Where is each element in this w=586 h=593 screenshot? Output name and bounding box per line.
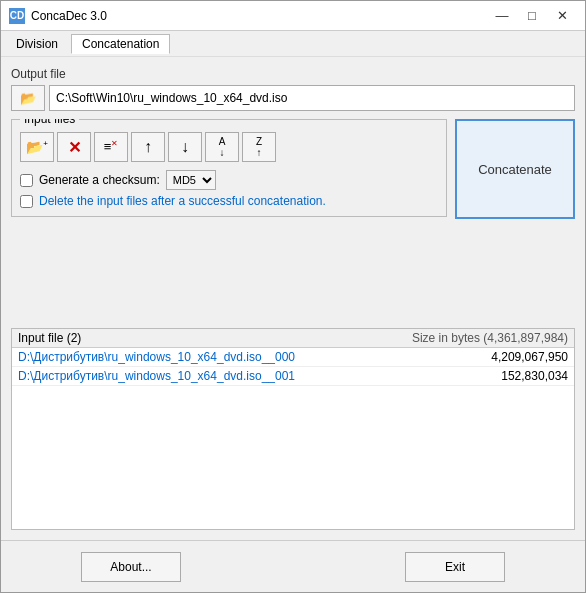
menu-bar: Division Concatenation bbox=[1, 31, 585, 57]
tab-concatenation[interactable]: Concatenation bbox=[71, 34, 170, 54]
window-title: ConcaDec 3.0 bbox=[31, 9, 487, 23]
output-file-input[interactable] bbox=[49, 85, 575, 111]
main-content: Output file 📂 Input files 📂+ bbox=[1, 57, 585, 540]
output-file-row: 📂 bbox=[11, 85, 575, 111]
main-area: Input files 📂+ ✕ ≡✕ ↑ bbox=[11, 119, 575, 320]
clear-files-button[interactable]: ≡✕ bbox=[94, 132, 128, 162]
file-size-1: 152,830,034 bbox=[501, 369, 568, 383]
bottom-bar: About... Exit bbox=[1, 540, 585, 592]
file-name-0: D:\Дистрибутив\ru_windows_10_x64_dvd.iso… bbox=[18, 350, 483, 364]
down-arrow-icon: ↓ bbox=[181, 138, 189, 156]
delete-input-row: Delete the input files after a successfu… bbox=[20, 194, 438, 208]
delete-input-label: Delete the input files after a successfu… bbox=[39, 194, 326, 208]
output-file-section: Output file 📂 bbox=[11, 67, 575, 111]
about-button[interactable]: About... bbox=[81, 552, 181, 582]
file-size-0: 4,209,067,950 bbox=[491, 350, 568, 364]
checkboxes: Generate a checksum: MD5 Delete the inpu… bbox=[20, 170, 438, 208]
up-arrow-icon: ↑ bbox=[144, 138, 152, 156]
window-controls: — □ ✕ bbox=[487, 5, 577, 27]
toolbar: 📂+ ✕ ≡✕ ↑ ↓ bbox=[20, 132, 438, 162]
output-folder-button[interactable]: 📂 bbox=[11, 85, 45, 111]
sort-az-icon: A↓ bbox=[219, 136, 226, 158]
concatenate-button[interactable]: Concatenate bbox=[455, 119, 575, 219]
col-size-header: Size in bytes (4,361,897,984) bbox=[412, 331, 568, 345]
sort-za-button[interactable]: Z↑ bbox=[242, 132, 276, 162]
add-icon: 📂+ bbox=[26, 139, 48, 155]
generate-checksum-label: Generate a checksum: bbox=[39, 173, 160, 187]
add-files-button[interactable]: 📂+ bbox=[20, 132, 54, 162]
col-name-header: Input file (2) bbox=[18, 331, 412, 345]
clear-icon: ≡✕ bbox=[104, 139, 119, 154]
file-row: D:\Дистрибутив\ru_windows_10_x64_dvd.iso… bbox=[12, 367, 574, 386]
generate-checksum-checkbox[interactable] bbox=[20, 174, 33, 187]
sort-za-icon: Z↑ bbox=[256, 136, 262, 158]
remove-icon: ✕ bbox=[68, 138, 81, 157]
file-name-1: D:\Дистрибутив\ru_windows_10_x64_dvd.iso… bbox=[18, 369, 493, 383]
input-files-label: Input files bbox=[20, 119, 79, 126]
left-panel: Input files 📂+ ✕ ≡✕ ↑ bbox=[11, 119, 447, 320]
file-list: Input file (2) Size in bytes (4,361,897,… bbox=[11, 328, 575, 531]
app-icon: CD bbox=[9, 8, 25, 24]
remove-file-button[interactable]: ✕ bbox=[57, 132, 91, 162]
checksum-type-select[interactable]: MD5 bbox=[166, 170, 216, 190]
tab-division[interactable]: Division bbox=[5, 34, 69, 54]
folder-icon: 📂 bbox=[20, 91, 37, 106]
move-down-button[interactable]: ↓ bbox=[168, 132, 202, 162]
file-row: D:\Дистрибутив\ru_windows_10_x64_dvd.iso… bbox=[12, 348, 574, 367]
main-window: CD ConcaDec 3.0 — □ ✕ Division Concatena… bbox=[0, 0, 586, 593]
delete-input-checkbox[interactable] bbox=[20, 195, 33, 208]
output-file-label: Output file bbox=[11, 67, 575, 81]
input-files-group: Input files 📂+ ✕ ≡✕ ↑ bbox=[11, 119, 447, 217]
maximize-button[interactable]: □ bbox=[517, 5, 547, 27]
right-panel: Concatenate bbox=[455, 119, 575, 320]
move-up-button[interactable]: ↑ bbox=[131, 132, 165, 162]
sort-az-button[interactable]: A↓ bbox=[205, 132, 239, 162]
file-list-header: Input file (2) Size in bytes (4,361,897,… bbox=[12, 329, 574, 348]
checksum-row: Generate a checksum: MD5 bbox=[20, 170, 438, 190]
minimize-button[interactable]: — bbox=[487, 5, 517, 27]
close-button[interactable]: ✕ bbox=[547, 5, 577, 27]
title-bar: CD ConcaDec 3.0 — □ ✕ bbox=[1, 1, 585, 31]
exit-button[interactable]: Exit bbox=[405, 552, 505, 582]
